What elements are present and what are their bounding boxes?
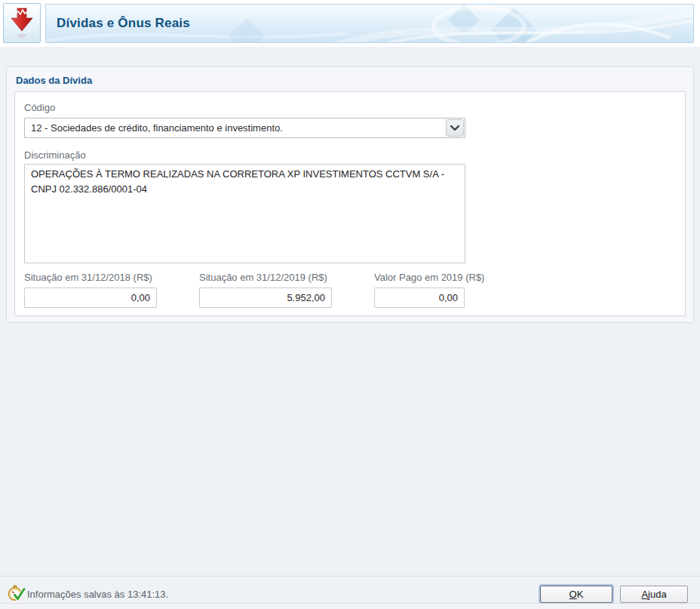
top-header: Dívidas e Ônus Reais	[0, 0, 700, 47]
codigo-selected-value: 12 - Sociedades de crédito, financiament…	[25, 122, 446, 134]
codigo-label: Código	[24, 102, 55, 113]
situacao-2019-input[interactable]	[199, 288, 332, 308]
status-message: Informações salvas às 13:41:13.	[27, 589, 168, 600]
valor-pago-2019-label: Valor Pago em 2019 (R$)	[374, 272, 484, 283]
dados-da-divida-panel: Dados da Dívida Código 12 - Sociedades d…	[6, 66, 694, 323]
page-title: Dívidas e Ônus Reais	[57, 5, 190, 42]
footer-separator	[0, 576, 700, 577]
help-button-label: Ajuda	[641, 589, 666, 600]
section-title: Dados da Dívida	[16, 75, 92, 86]
help-button[interactable]: Ajuda	[620, 586, 688, 603]
debt-form-fieldset: Código 12 - Sociedades de crédito, finan…	[14, 91, 686, 316]
page-banner: Dívidas e Ônus Reais	[45, 4, 694, 43]
valor-pago-2019-input[interactable]	[374, 288, 465, 308]
discriminacao-label: Discriminação	[24, 149, 86, 161]
ok-button[interactable]: OK	[540, 586, 612, 603]
ok-button-label: OK	[570, 589, 584, 600]
window-bottom-strip	[0, 604, 700, 609]
debts-module-icon-button[interactable]	[3, 3, 41, 43]
situacao-2018-label: Situação em 31/12/2018 (R$)	[24, 272, 152, 283]
discriminacao-textarea[interactable]: OPERAÇÕES À TERMO REALIZADAS NA CORRETOR…	[24, 164, 465, 263]
codigo-dropdown-button[interactable]	[446, 119, 464, 137]
situacao-2019-label: Situação em 31/12/2019 (R$)	[199, 272, 327, 283]
chevron-down-icon	[450, 125, 459, 131]
red-down-arrow-icon	[9, 7, 35, 40]
codigo-select[interactable]: 12 - Sociedades de crédito, financiament…	[24, 118, 465, 138]
situacao-2018-input[interactable]	[24, 288, 157, 308]
